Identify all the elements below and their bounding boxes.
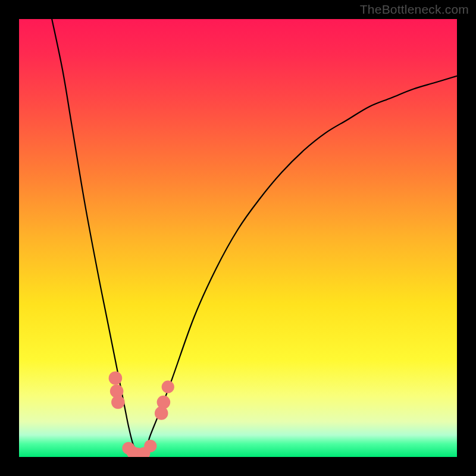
- plot-area: [19, 19, 457, 457]
- data-marker: [109, 371, 123, 385]
- data-markers: [109, 371, 174, 457]
- data-marker: [111, 396, 125, 409]
- watermark-text: TheBottleneck.com: [360, 2, 469, 17]
- data-marker: [157, 396, 171, 409]
- chart-svg: [19, 19, 457, 457]
- chart-stage: TheBottleneck.com: [0, 0, 476, 476]
- data-marker: [162, 381, 174, 393]
- data-marker: [144, 440, 156, 452]
